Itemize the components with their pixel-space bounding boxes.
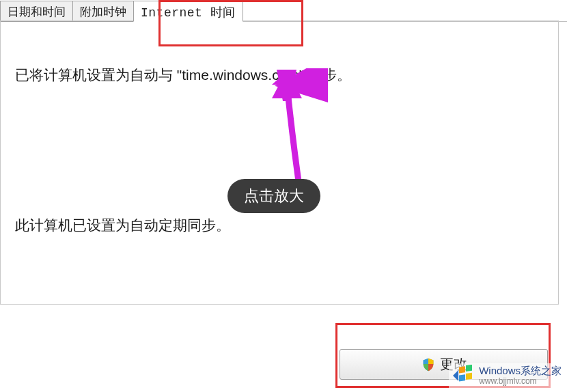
windows-logo-icon [452,365,473,387]
svg-rect-5 [459,366,465,373]
watermark-text: Windows系统之家 www.bjjmlv.com [479,365,562,386]
sync-status-text: 已将计算机设置为自动与 "time.windows.com" 同步。 [15,66,552,85]
svg-rect-6 [466,365,472,372]
content-area: 已将计算机设置为自动与 "time.windows.com" 同步。 此计算机已… [0,22,567,253]
watermark: Windows系统之家 www.bjjmlv.com [449,363,564,388]
watermark-title: Windows系统之家 [479,365,562,377]
tab-additional-clocks[interactable]: 附加时钟 [72,1,134,22]
tabs-row: 日期和时间 附加时钟 Internet 时间 [0,0,567,22]
watermark-url: www.bjjmlv.com [479,377,562,386]
uac-shield-icon [421,357,436,372]
svg-rect-7 [459,374,465,381]
tab-internet-time[interactable]: Internet 时间 [133,1,243,22]
tooltip-enlarge[interactable]: 点击放大 [227,179,320,213]
svg-marker-4 [453,370,458,381]
svg-rect-8 [466,373,472,380]
tab-datetime[interactable]: 日期和时间 [0,1,73,22]
auto-sync-text: 此计算机已设置为自动定期同步。 [15,216,552,235]
